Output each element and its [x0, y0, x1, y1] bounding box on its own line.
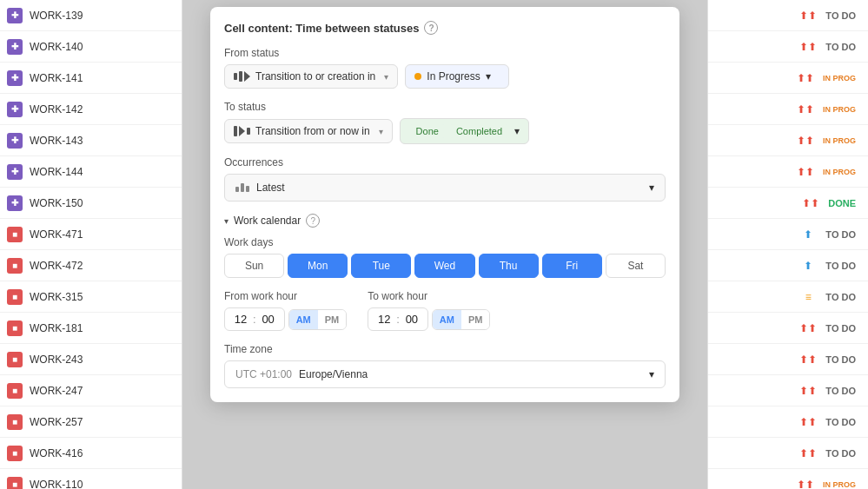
- to-status-label: To status: [224, 101, 666, 113]
- from-status-value-dropdown[interactable]: In Progress ▾: [405, 64, 509, 89]
- priority-icon: ≡: [801, 290, 815, 304]
- priority-icon: ⬆⬆: [798, 134, 812, 148]
- table-row[interactable]: ✚ WORK-140: [0, 31, 182, 63]
- work-item-id: WORK-181: [30, 322, 83, 334]
- to-status-value-dropdown[interactable]: Done Completed ▾: [400, 118, 530, 144]
- timezone-dropdown[interactable]: UTC +01:00 Europe/Vienna ▾: [224, 360, 666, 388]
- from-hour-value: 12: [232, 313, 249, 326]
- work-item-id: WORK-472: [30, 260, 83, 272]
- work-type-icon: ■: [7, 320, 23, 336]
- work-item-id: WORK-142: [30, 103, 83, 116]
- table-row[interactable]: ■ WORK-257: [0, 406, 182, 438]
- to-am-button[interactable]: AM: [433, 310, 461, 329]
- workday-button[interactable]: Sat: [606, 254, 666, 278]
- status-row: ⬆⬆ DONE: [708, 188, 868, 219]
- work-item-id: WORK-416: [30, 447, 83, 459]
- to-time-box[interactable]: 12 : 00: [368, 307, 428, 331]
- table-row[interactable]: ■ WORK-416: [0, 438, 182, 469]
- work-item-id: WORK-243: [30, 354, 83, 366]
- status-row: ⬆⬆ TO DO: [708, 406, 868, 438]
- from-time-box[interactable]: 12 : 00: [224, 307, 285, 331]
- workday-button[interactable]: Tue: [351, 254, 411, 278]
- table-row[interactable]: ■ WORK-181: [0, 313, 182, 344]
- table-row[interactable]: ■ WORK-472: [0, 250, 182, 281]
- priority-icon: ⬆⬆: [798, 71, 812, 85]
- status-row: ⬆⬆ IN PROG: [708, 156, 868, 188]
- work-item-id: WORK-150: [30, 197, 83, 209]
- timezone-name: Europe/Vienna: [299, 368, 368, 380]
- occurrences-dropdown[interactable]: Latest ▾: [224, 174, 666, 202]
- table-row[interactable]: ✚ WORK-143: [0, 125, 182, 156]
- status-badge: TO DO: [820, 259, 861, 273]
- occurrences-label: Occurrences: [224, 156, 666, 169]
- priority-icon: ⬆⬆: [801, 353, 815, 367]
- from-time-input: 12 : 00 AM PM: [224, 307, 347, 331]
- status-row: ≡ TO DO: [708, 281, 868, 313]
- from-status-label: From status: [224, 47, 666, 59]
- from-am-button[interactable]: AM: [289, 310, 318, 329]
- cell-content-modal: Cell content: Time between statuses ? Fr…: [210, 7, 679, 402]
- timezone-label: Time zone: [224, 343, 666, 355]
- workday-button[interactable]: Wed: [414, 254, 474, 278]
- workday-button[interactable]: Mon: [288, 254, 348, 278]
- work-item-id: WORK-144: [30, 166, 83, 178]
- work-type-icon: ✚: [7, 39, 23, 55]
- collapse-icon: ▾: [224, 216, 229, 226]
- to-min-value: 00: [403, 313, 421, 326]
- table-row[interactable]: ■ WORK-247: [0, 375, 182, 406]
- in-progress-dot: [414, 73, 421, 80]
- help-icon[interactable]: ?: [306, 214, 320, 228]
- chevron-down-icon: ▾: [486, 70, 491, 83]
- work-type-icon: ✚: [7, 133, 23, 149]
- transition-to-icon: [234, 71, 250, 82]
- help-icon[interactable]: ?: [424, 21, 438, 35]
- from-pm-button[interactable]: PM: [318, 310, 347, 329]
- workday-button[interactable]: Fri: [542, 254, 602, 278]
- table-row[interactable]: ✚ WORK-144: [0, 156, 182, 188]
- done-tag: Done: [409, 124, 446, 138]
- status-badge: IN PROG: [818, 479, 861, 490]
- work-type-icon: ■: [7, 227, 23, 242]
- timezone-section: Time zone UTC +01:00 Europe/Vienna ▾: [224, 343, 666, 388]
- to-work-hour-group: To work hour 12 : 00 AM PM: [368, 290, 490, 331]
- table-row[interactable]: ■ WORK-110: [0, 469, 182, 489]
- status-badge: TO DO: [820, 353, 861, 367]
- workday-button[interactable]: Thu: [479, 254, 539, 278]
- chevron-down-icon: ▾: [379, 127, 383, 136]
- status-row: ⬆⬆ TO DO: [708, 375, 868, 406]
- priority-icon: ⬆: [801, 259, 815, 273]
- occurrences-section: Occurrences Latest ▾: [224, 156, 666, 202]
- status-row: ⬆ TO DO: [708, 250, 868, 281]
- table-row[interactable]: ■ WORK-471: [0, 219, 182, 250]
- table-row[interactable]: ✚ WORK-139: [0, 0, 182, 31]
- work-type-icon: ✚: [7, 70, 23, 86]
- status-badge: IN PROG: [818, 135, 861, 147]
- work-item-id: WORK-139: [30, 10, 83, 22]
- workday-button[interactable]: Sun: [224, 254, 284, 278]
- calendar-header[interactable]: ▾ Work calendar ?: [224, 214, 666, 228]
- status-row: ⬆⬆ TO DO: [708, 438, 868, 469]
- to-transition-dropdown[interactable]: Transition from or now in ▾: [224, 119, 393, 143]
- table-row[interactable]: ■ WORK-315: [0, 281, 182, 313]
- work-hours-section: From work hour 12 : 00 AM PM To work hou…: [224, 290, 666, 331]
- work-item-id: WORK-110: [30, 479, 83, 490]
- table-row[interactable]: ■ WORK-243: [0, 344, 182, 375]
- table-row[interactable]: ✚ WORK-141: [0, 63, 182, 94]
- workdays-label: Work days: [224, 236, 666, 248]
- from-min-value: 00: [260, 313, 277, 326]
- status-row: ⬆⬆ IN PROG: [708, 125, 868, 156]
- from-status-row: Transition to or creation in ▾ In Progre…: [224, 64, 666, 89]
- status-row: ⬆⬆ IN PROG: [708, 469, 868, 489]
- status-badge: TO DO: [820, 40, 861, 54]
- to-pm-button[interactable]: PM: [461, 310, 490, 329]
- table-row[interactable]: ✚ WORK-142: [0, 94, 182, 125]
- table-row[interactable]: ✚ WORK-150: [0, 188, 182, 219]
- work-type-icon: ■: [7, 258, 23, 274]
- status-row: ⬆⬆ TO DO: [708, 0, 868, 31]
- from-transition-dropdown[interactable]: Transition to or creation in ▾: [224, 64, 398, 89]
- work-item-id: WORK-141: [30, 72, 83, 84]
- priority-icon: ⬆⬆: [801, 384, 815, 398]
- work-type-icon: ✚: [7, 164, 23, 180]
- work-item-id: WORK-140: [30, 41, 83, 53]
- status-badge: DONE: [823, 196, 861, 210]
